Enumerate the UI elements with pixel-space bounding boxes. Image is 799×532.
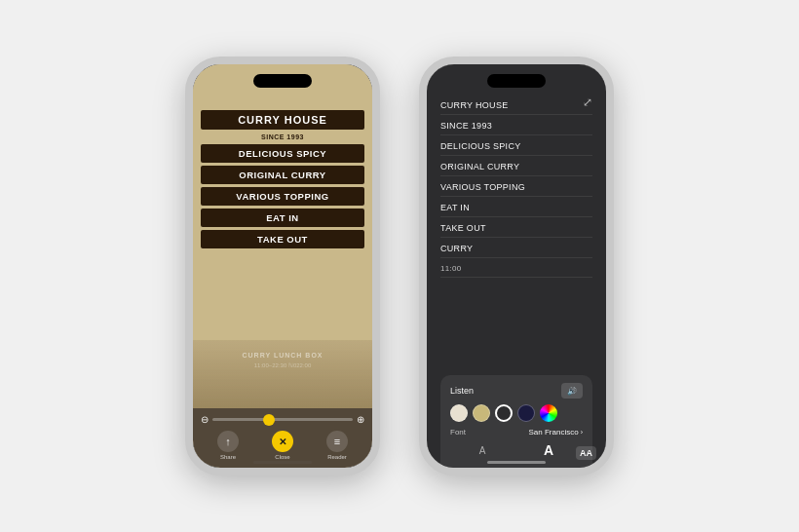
list-item-original: ORIGINAL CURRY <box>440 157 592 176</box>
font-label: Font <box>450 428 466 437</box>
listen-row: Listen 🔊 <box>450 383 583 399</box>
aa-button[interactable]: AA <box>576 446 596 460</box>
list-item-time: 11:00 <box>440 259 592 278</box>
list-item-take-out: TAKE OUT <box>440 218 592 238</box>
blur-overlay: CURRY LUNCH BOX 11:00~22:30 ℕ022:00 <box>193 340 372 408</box>
color-swatch-light[interactable] <box>450 404 468 422</box>
close-icon: ✕ <box>272 431 293 452</box>
color-row <box>450 404 583 422</box>
sign-row-5: TAKE OUT <box>201 230 364 248</box>
action-bar: ↑ Share ✕ Close ≡ Reader <box>201 429 364 462</box>
phone-2: ⤢ CURRY HOUSE SINCE 1993 DELICIOUS SPICY… <box>419 57 614 475</box>
phone1-content: CURRY HOUSE SINCE 1993 DELICIOUS SPICY O… <box>193 64 372 468</box>
font-size-small[interactable]: A <box>479 445 486 456</box>
zoom-bar: ⊖ ⊕ <box>201 414 364 425</box>
color-swatch-rainbow[interactable] <box>540 404 557 422</box>
color-swatch-dark[interactable] <box>495 404 513 422</box>
size-row: A A <box>450 442 583 458</box>
list-item-curry: CURRY <box>440 239 592 258</box>
zoom-thumb[interactable] <box>263 414 275 426</box>
sign-title: CURRY HOUSE <box>201 110 364 130</box>
text-list: CURRY HOUSE SINCE 1993 DELICIOUS SPICY O… <box>440 95 592 375</box>
sign-row-3: VARIOUS TOPPING <box>201 187 364 206</box>
zoom-in-icon[interactable]: ⊕ <box>357 414 364 425</box>
font-value[interactable]: San Francisco › <box>529 428 583 437</box>
listen-label: Listen <box>450 386 474 396</box>
phone-1: CURRY HOUSE SINCE 1993 DELICIOUS SPICY O… <box>185 57 380 475</box>
font-row: Font San Francisco › <box>450 428 583 437</box>
font-size-large[interactable]: A <box>544 442 553 458</box>
sign-row-2: ORIGINAL CURRY <box>201 166 364 184</box>
close-label: Close <box>275 454 289 460</box>
dynamic-island-2 <box>487 74 546 88</box>
home-indicator-2 <box>487 461 546 464</box>
dynamic-island-1 <box>253 74 312 88</box>
zoom-track[interactable] <box>212 418 353 421</box>
reader-label: Reader <box>327 454 347 460</box>
sign-board: CURRY HOUSE SINCE 1993 DELICIOUS SPICY O… <box>193 64 372 408</box>
phone2-content: ⤢ CURRY HOUSE SINCE 1993 DELICIOUS SPICY… <box>427 64 606 468</box>
close-button[interactable]: ✕ Close <box>272 431 293 460</box>
reader-icon: ≡ <box>326 431 348 452</box>
speaker-icon[interactable]: 🔊 <box>561 383 583 399</box>
list-item-eat-in: EAT IN <box>440 198 592 217</box>
list-item-curry-house: CURRY HOUSE <box>440 95 592 115</box>
color-swatch-warm[interactable] <box>473 404 490 422</box>
sign-row-4: EAT IN <box>201 209 364 227</box>
list-item-delicious: DELICIOUS SPICY <box>440 136 592 156</box>
sign-row-1: DELICIOUS SPICY <box>201 144 364 163</box>
sign-since: SINCE 1993 <box>201 133 364 141</box>
list-item-various: VARIOUS TOPPING <box>440 177 592 197</box>
share-button[interactable]: ↑ Share <box>217 431 239 460</box>
color-swatch-navy[interactable] <box>517 404 535 422</box>
phone2-bottom-panel: Listen 🔊 Font San Francisco › <box>440 375 592 468</box>
list-item-since: SINCE 1993 <box>440 116 592 135</box>
share-label: Share <box>220 454 236 460</box>
reader-button[interactable]: ≡ Reader <box>326 431 348 460</box>
share-icon: ↑ <box>217 431 239 452</box>
expand-icon[interactable]: ⤢ <box>583 95 592 109</box>
zoom-out-icon[interactable]: ⊖ <box>201 414 209 425</box>
phone1-bottom-bar: ⊖ ⊕ ↑ Share ✕ Close <box>193 408 372 468</box>
